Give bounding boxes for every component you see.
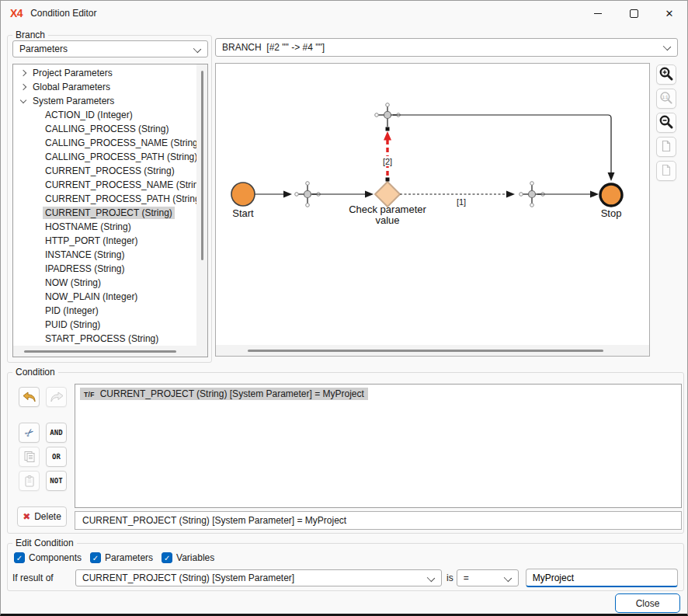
tree-item-label: NOW_PLAIN (Integer) — [43, 291, 140, 303]
tree-item-label: INSTANCE (String) — [43, 249, 127, 261]
tree-item[interactable]: HTTP_PORT (Integer) — [13, 234, 196, 248]
tree-item-label: Project Parameters — [30, 67, 115, 79]
tree-item[interactable]: ACTION_ID (Integer) — [13, 108, 196, 122]
edge-connector2-to-stop[interactable] — [393, 115, 615, 181]
paste-button[interactable] — [19, 471, 40, 491]
tree-item-label: PUID (String) — [43, 318, 103, 331]
zoom-in-icon — [658, 66, 674, 84]
maximize-button[interactable] — [616, 1, 652, 26]
operator-select-value: = — [464, 572, 469, 583]
stop-node[interactable] — [600, 184, 622, 206]
tree-item[interactable]: NOW (String) — [13, 276, 196, 290]
edit-condition-row: If result of CURRENT_PROJECT (String) [S… — [12, 568, 679, 588]
delete-button-label: Delete — [34, 511, 61, 522]
decision-node-label-line2: value — [375, 214, 399, 226]
tree-item[interactable]: CALLING_PROCESS_PATH (String) — [13, 150, 196, 164]
tree-item[interactable]: System Parameters — [13, 94, 196, 108]
edge-branch-2-highlighted[interactable]: [2] — [380, 115, 395, 182]
new-page-button[interactable] — [656, 161, 676, 181]
tree-item[interactable]: CURRENT_PROJECT (String) — [13, 206, 196, 220]
tree-item[interactable]: CALLING_PROCESS (String) — [13, 122, 196, 136]
tree-item[interactable]: CURRENT_PROCESS (String) — [13, 164, 196, 178]
stop-node-label: Stop — [601, 207, 622, 219]
minimize-button[interactable] — [580, 1, 616, 26]
edge-connector3-to-stop[interactable] — [537, 191, 599, 198]
zoom-actual-icon: 1:1 — [659, 91, 673, 107]
parameter-tree-panel: Project ParametersGlobal ParametersSyste… — [12, 64, 208, 357]
tree-item[interactable]: PID (Integer) — [13, 304, 196, 318]
tree-item[interactable]: CURRENT_PROCESS_NAME (String) — [13, 178, 196, 192]
scrollbar-thumb[interactable] — [248, 350, 603, 352]
true-false-icon: T/F — [84, 391, 95, 398]
edge-label-branch-1: [1] — [457, 197, 466, 207]
tree-item-label: HTTP_PORT (Integer) — [43, 235, 141, 247]
fit-page-button[interactable] — [656, 137, 676, 157]
condition-editor-window: X4 Condition Editor ✕ Branch Parameters … — [0, 0, 688, 616]
not-button[interactable]: NOT — [46, 471, 67, 491]
checkbox-components[interactable]: ✓Components — [14, 552, 82, 563]
chevron-right-icon[interactable] — [18, 67, 30, 79]
edge-start-to-connector[interactable] — [255, 191, 292, 198]
checkbox-variables[interactable]: ✓Variables — [162, 552, 214, 563]
chevron-down-icon — [193, 45, 201, 53]
condition-group: Condition ✂ AND OR NOT ✖ Delete T/FCURRE… — [7, 372, 684, 534]
connector-2[interactable] — [375, 103, 401, 119]
and-button[interactable]: AND — [46, 423, 67, 443]
tree-horizontal-scrollbar[interactable] — [13, 346, 207, 357]
start-node[interactable] — [231, 183, 255, 206]
expression-select[interactable]: CURRENT_PROJECT (String) [System Paramet… — [75, 569, 442, 586]
undo-button[interactable] — [19, 387, 40, 407]
condition-item[interactable]: T/FCURRENT_PROJECT (String) [System Para… — [80, 388, 368, 400]
delete-button[interactable]: ✖ Delete — [17, 506, 67, 527]
workflow-canvas[interactable]: Start Check parameter value [2] — [216, 64, 649, 345]
tree-item[interactable]: INSTANCE (String) — [13, 248, 196, 262]
tree-vertical-scrollbar[interactable] — [196, 64, 207, 346]
condition-group-label: Condition — [12, 367, 58, 378]
tree-item[interactable]: IPADRESS (String) — [13, 262, 196, 276]
chevron-right-icon[interactable] — [18, 81, 30, 93]
value-input[interactable] — [526, 569, 678, 587]
tree-item[interactable]: Global Parameters — [13, 80, 196, 94]
chevron-down-icon[interactable] — [18, 95, 30, 107]
checkbox-checked-icon: ✓ — [14, 552, 25, 563]
titlebar-close-button[interactable]: ✕ — [652, 1, 687, 26]
tree-item-label: CALLING_PROCESS_PATH (String) — [43, 151, 196, 163]
redo-button[interactable] — [46, 387, 67, 407]
paste-icon — [23, 475, 36, 487]
edge-connector-to-decision[interactable] — [312, 191, 374, 198]
diagram-horizontal-scrollbar[interactable] — [216, 345, 649, 356]
tree-item[interactable]: PUID (String) — [13, 318, 196, 332]
tree-item-label: CALLING_PROCESS_NAME (String) — [43, 137, 196, 149]
tree-item[interactable]: START_PROCESS (String) — [13, 332, 196, 346]
branch-select-value: BRANCH [#2 "" -> #4 ""] — [222, 42, 325, 53]
zoom-out-button[interactable] — [656, 113, 676, 133]
fit-page-icon — [660, 140, 672, 155]
close-button[interactable]: Close — [615, 593, 680, 613]
or-button[interactable]: OR — [46, 447, 67, 467]
close-icon: ✕ — [665, 9, 674, 19]
scissors-icon: ✂ — [22, 425, 36, 440]
tree-item[interactable]: NOW_PLAIN (Integer) — [13, 290, 196, 304]
cut-button[interactable]: ✂ — [19, 423, 40, 443]
window-controls: ✕ — [580, 1, 687, 26]
operator-select[interactable]: = — [457, 569, 519, 586]
tree-item[interactable]: CALLING_PROCESS_NAME (String) — [13, 136, 196, 150]
scrollbar-thumb[interactable] — [201, 71, 203, 260]
zoom-in-button[interactable] — [656, 64, 676, 85]
copy-button[interactable] — [19, 447, 40, 467]
condition-list[interactable]: T/FCURRENT_PROJECT (String) [System Para… — [75, 384, 682, 508]
tree-item-label: PID (Integer) — [43, 305, 101, 317]
tree-item-label: System Parameters — [30, 95, 116, 107]
tree-item-label: HOSTNAME (String) — [43, 221, 134, 233]
tree-item-label: ACTION_ID (Integer) — [43, 109, 135, 121]
parameter-category-select[interactable]: Parameters — [12, 40, 208, 57]
tree-item[interactable]: Project Parameters — [13, 66, 196, 80]
checkbox-parameters[interactable]: ✓Parameters — [90, 552, 153, 563]
tree-item[interactable]: HOSTNAME (String) — [13, 220, 196, 234]
tree-item[interactable]: CURRENT_PROCESS_PATH (String) — [13, 192, 196, 206]
scrollbar-thumb[interactable] — [24, 350, 176, 353]
tree-item-label: CURRENT_PROCESS_PATH (String) — [43, 193, 196, 205]
branch-select[interactable]: BRANCH [#2 "" -> #4 ""] — [215, 38, 678, 57]
zoom-actual-button[interactable]: 1:1 — [656, 89, 676, 109]
maximize-icon — [630, 9, 638, 18]
